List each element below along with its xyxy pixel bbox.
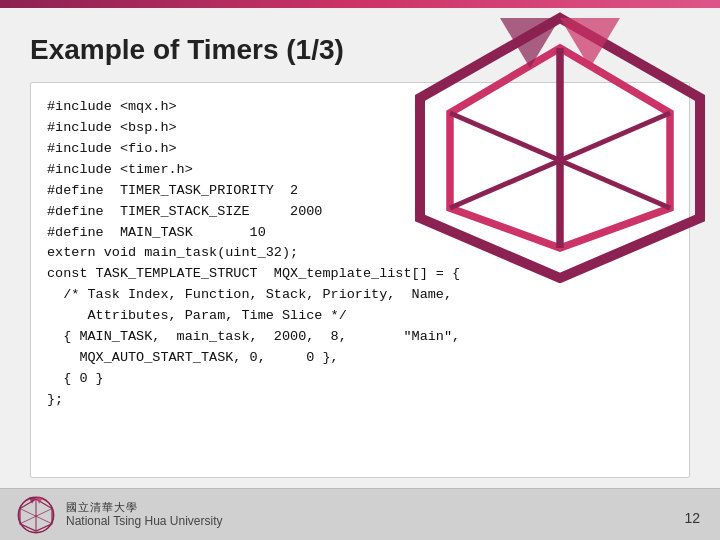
university-chinese-name: 國立清華大學 National Tsing Hua University — [66, 500, 223, 530]
footer-logo-icon — [16, 495, 56, 535]
nthu-logo-icon — [410, 8, 710, 283]
footer: 國立清華大學 National Tsing Hua University — [0, 488, 720, 540]
top-decorative-bar — [0, 0, 720, 8]
footer-logo-area: 國立清華大學 National Tsing Hua University — [16, 495, 223, 535]
slide: Example of Timers (1/3) #include <mqx.h>… — [0, 0, 720, 540]
top-right-logo — [410, 8, 710, 283]
university-english-name: National Tsing Hua University — [66, 514, 223, 530]
page-number: 12 — [684, 510, 700, 526]
